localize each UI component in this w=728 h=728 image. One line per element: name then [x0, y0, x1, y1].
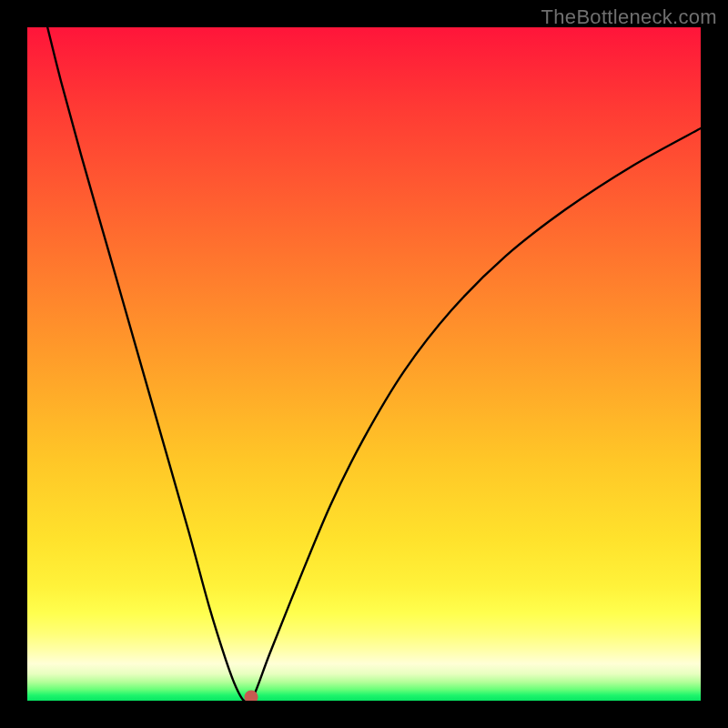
chart-container: TheBottleneck.com [0, 0, 728, 728]
curve-layer [27, 27, 701, 701]
bottleneck-curve [47, 27, 701, 701]
watermark-text: TheBottleneck.com [541, 5, 717, 29]
optimal-point-marker [244, 691, 258, 701]
plot-area [27, 27, 701, 701]
